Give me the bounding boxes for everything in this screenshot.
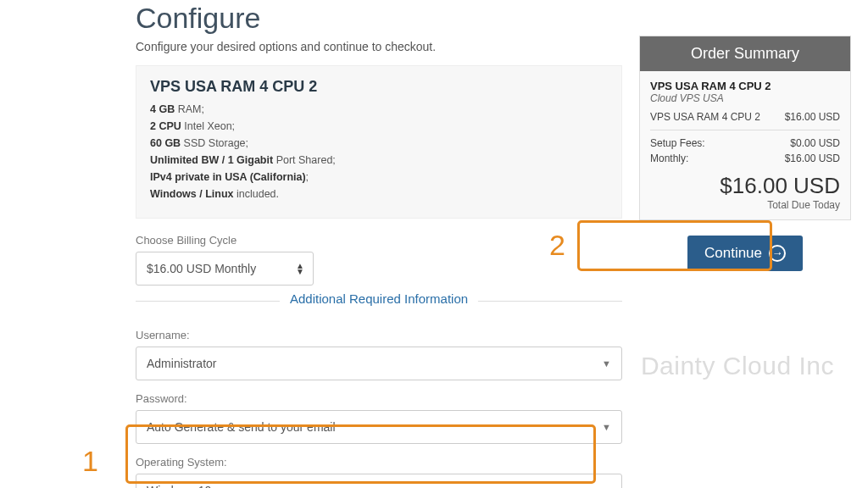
continue-button[interactable]: Continue [687,236,803,271]
product-name: VPS USA RAM 4 CPU 2 [150,78,608,96]
password-value: Auto Generate & send to your email [147,420,336,434]
username-label: Username: [136,329,622,341]
product-summary-box: VPS USA RAM 4 CPU 2 4 GB RAM; 2 CPU Inte… [136,65,622,219]
summary-total-amount: $16.00 USD [650,173,840,199]
password-label: Password: [136,392,622,405]
password-select[interactable]: Auto Generate & send to your email ▼ [136,410,622,444]
username-select[interactable]: Administrator ▼ [136,347,622,380]
order-summary-card: Order Summary VPS USA RAM 4 CPU 2 Cloud … [639,36,851,220]
billing-cycle-label: Choose Billing Cycle [136,234,622,247]
chevron-down-icon: ▼ [602,358,611,369]
summary-product-title: VPS USA RAM 4 CPU 2 [650,80,840,92]
os-label: Operating System: [136,456,622,469]
page-subtitle: Configure your desired options and conti… [136,40,622,53]
continue-label: Continue [704,245,762,262]
billing-cycle-value: $16.00 USD Monthly [147,262,256,275]
order-summary-header: Order Summary [640,36,850,71]
updown-icon: ▲▼ [296,263,304,274]
chevron-down-icon: ▼ [602,422,611,432]
os-select[interactable]: Windows 10 ▼ [136,474,622,488]
summary-product-subtitle: Cloud VPS USA [650,92,840,104]
arrow-right-circle-icon [769,245,786,262]
billing-cycle-select[interactable]: $16.00 USD Monthly ▲▼ [136,252,314,286]
page-title: Configure [136,2,622,35]
additional-info-heading: Additional Required Information [280,291,478,306]
os-value: Windows 10 [147,484,211,488]
summary-total-label: Total Due Today [650,199,840,211]
username-value: Administrator [147,357,216,370]
